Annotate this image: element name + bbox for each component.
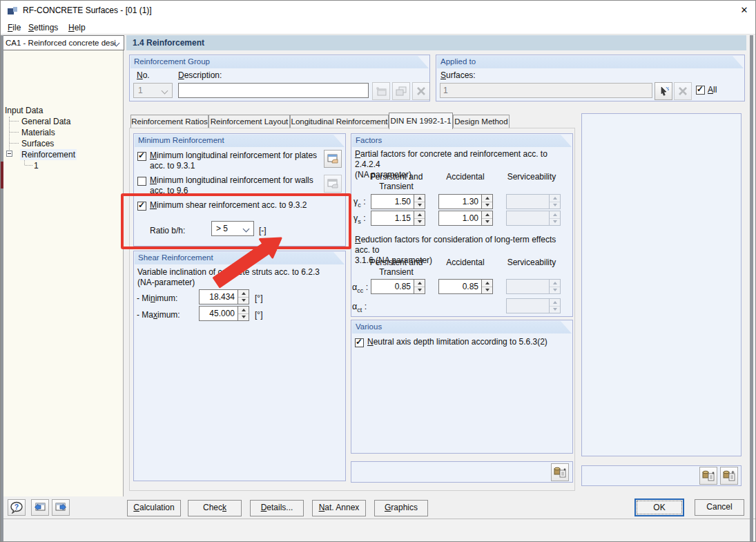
tree-expander-minus[interactable] — [6, 151, 12, 157]
min-plates-label[interactable]: Minimum longitudinal reinforcement for p… — [150, 151, 324, 171]
graphics-button[interactable]: Graphics — [374, 500, 428, 516]
spin-down-icon[interactable] — [238, 298, 249, 304]
spin-up-icon[interactable] — [414, 280, 425, 287]
gamma-c-persistent-spinner[interactable]: 1.50 — [371, 194, 425, 209]
gamma-c-persistent-field[interactable]: 1.50 — [371, 194, 414, 209]
calculation-button[interactable]: Calculation — [127, 500, 181, 516]
group-title: Reinforcement Group — [134, 57, 210, 66]
tab-reinforcement-layout[interactable]: Reinforcement Layout — [209, 115, 290, 128]
gamma-s-persistent-spinner[interactable]: 1.15 — [371, 211, 425, 226]
info-panel — [581, 113, 742, 456]
next-window-button[interactable] — [52, 499, 70, 516]
alpha-cc-persistent-field[interactable]: 0.85 — [371, 279, 414, 294]
tree-item-reinforcement-1[interactable]: 1 — [34, 160, 39, 171]
group-title: Minimum Reinforcement — [138, 136, 224, 144]
tab-reinforcement-ratios[interactable]: Reinforcement Ratios — [130, 115, 209, 128]
tree-item-materials[interactable]: Materials — [21, 127, 55, 138]
spin-up-icon[interactable] — [414, 211, 425, 219]
spin-up-icon[interactable] — [482, 280, 492, 287]
spin-up-icon[interactable] — [414, 195, 425, 202]
set-default-values-button[interactable] — [551, 463, 569, 481]
previous-window-button[interactable] — [31, 499, 49, 516]
spinner-buttons[interactable] — [481, 279, 493, 294]
gamma-s-accidental-field[interactable]: 1.00 — [438, 211, 481, 226]
group-header-band — [352, 321, 572, 333]
all-surfaces-checkbox[interactable] — [696, 86, 705, 95]
spinner-buttons[interactable] — [414, 211, 425, 226]
nat-annex-button[interactable]: Nat. Annex — [312, 500, 366, 516]
clear-surfaces-button[interactable] — [674, 82, 692, 100]
spin-up-icon[interactable] — [238, 307, 249, 314]
spin-down-icon[interactable] — [414, 219, 425, 226]
spinner-buttons[interactable] — [414, 279, 425, 294]
minimum-angle-label: - Minimum: — [137, 293, 177, 304]
group-title: Various — [356, 322, 382, 331]
copy-group-button[interactable] — [392, 82, 410, 100]
save-default-button[interactable] — [720, 467, 738, 485]
spin-up-icon[interactable] — [482, 195, 492, 202]
annotation-arrow-icon — [200, 234, 289, 293]
surfaces-field[interactable]: 1 — [440, 83, 652, 98]
ok-button[interactable]: OK — [634, 499, 684, 516]
new-group-button[interactable] — [372, 82, 390, 100]
tree-item-reinforcement[interactable]: Reinforcement — [20, 149, 77, 160]
menu-file[interactable]: File — [3, 21, 25, 34]
spinner-buttons[interactable] — [481, 194, 493, 209]
min-plates-checkbox[interactable] — [137, 152, 146, 161]
spinner-buttons[interactable] — [414, 194, 425, 209]
copy-windows-icon — [395, 86, 407, 97]
gamma-c-accidental-spinner[interactable]: 1.30 — [438, 194, 493, 209]
cancel-button[interactable]: Cancel — [695, 499, 744, 516]
alpha-cc-accidental-field[interactable]: 0.85 — [438, 279, 481, 294]
spin-down-icon[interactable] — [238, 314, 249, 321]
tree-connector — [10, 143, 19, 144]
tree-item-input-data[interactable]: Input Data — [5, 105, 43, 116]
close-button[interactable]: ✕ — [733, 1, 755, 19]
spin-down-icon[interactable] — [482, 287, 492, 294]
details-button[interactable]: Details... — [250, 500, 304, 516]
menu-help[interactable]: Help — [64, 21, 90, 34]
tree-item-general-data[interactable]: General Data — [21, 116, 70, 127]
min-walls-checkbox[interactable] — [137, 177, 146, 186]
check-button[interactable]: Check — [188, 500, 242, 516]
neutral-axis-label[interactable]: Neutral axis depth limitation according … — [367, 337, 569, 347]
gamma-s-accidental-spinner[interactable]: 1.00 — [438, 211, 493, 226]
description-input[interactable] — [178, 83, 369, 98]
spin-up-icon[interactable] — [482, 211, 492, 219]
spinner-buttons[interactable] — [481, 211, 493, 226]
walls-settings-button[interactable] — [324, 175, 342, 193]
menu-bar: File Settings Help — [1, 20, 755, 35]
tab-longitudinal-reinforcement[interactable]: Longitudinal Reinforcement — [290, 115, 389, 128]
plates-settings-button[interactable] — [324, 150, 342, 168]
neutral-axis-checkbox[interactable] — [355, 338, 364, 347]
all-surfaces-label[interactable]: All — [708, 85, 717, 95]
spin-down-icon[interactable] — [482, 202, 492, 209]
spin-down-icon[interactable] — [414, 202, 425, 209]
group-number-select[interactable]: 1 — [133, 83, 173, 98]
gamma-s-persistent-field[interactable]: 1.15 — [371, 211, 414, 226]
tree-item-surfaces[interactable]: Surfaces — [21, 138, 54, 149]
spinner-buttons[interactable] — [238, 306, 249, 321]
minimum-angle-unit: [°] — [255, 293, 262, 304]
maximum-angle-spinner[interactable]: 45.000 — [199, 306, 249, 321]
window-arrow-right-icon — [54, 502, 68, 513]
load-default-button[interactable] — [699, 467, 717, 485]
gamma-c-accidental-field[interactable]: 1.30 — [438, 194, 481, 209]
maximum-angle-field[interactable]: 45.000 — [199, 306, 238, 321]
tab-design-method[interactable]: Design Method — [453, 115, 510, 128]
spin-down-icon[interactable] — [414, 287, 425, 294]
spinner-buttons — [549, 279, 561, 294]
gamma-c-label: γc : — [353, 197, 366, 209]
menu-settings[interactable]: Settings — [24, 21, 62, 34]
design-case-selector[interactable]: CA1 - Reinforced concrete desi — [1, 35, 124, 50]
tab-din-en-1992-1-1[interactable]: DIN EN 1992-1-1 — [389, 113, 453, 129]
delete-group-button[interactable] — [412, 82, 430, 100]
pick-surfaces-button[interactable] — [655, 82, 672, 100]
description-label: Description: — [178, 70, 222, 81]
status-bar — [1, 519, 755, 542]
spin-down-icon[interactable] — [482, 219, 492, 226]
help-button[interactable]: ? — [8, 499, 26, 516]
alpha-cc-accidental-spinner[interactable]: 0.85 — [438, 279, 493, 294]
alpha-cc-persistent-spinner[interactable]: 0.85 — [371, 279, 425, 294]
column-persistent-transient: Persistent and Transient — [353, 258, 440, 277]
